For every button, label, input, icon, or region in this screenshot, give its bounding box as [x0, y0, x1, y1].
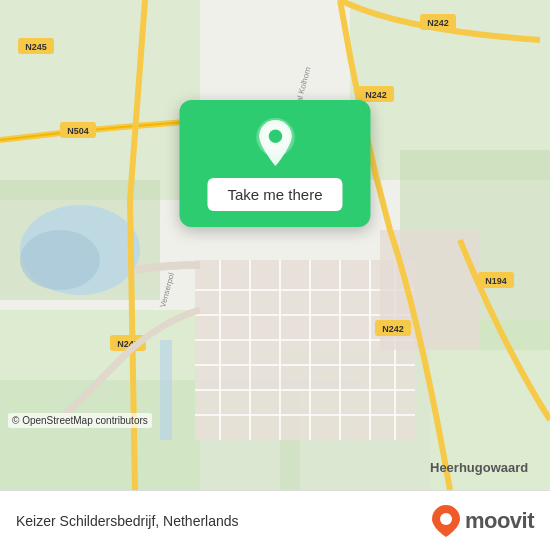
take-me-there-button[interactable]: Take me there	[207, 178, 342, 211]
svg-rect-12	[160, 340, 172, 440]
svg-text:N194: N194	[485, 276, 507, 286]
map-attribution: © OpenStreetMap contributors	[8, 413, 152, 428]
svg-text:N504: N504	[67, 126, 89, 136]
svg-point-51	[440, 513, 452, 525]
svg-text:N245: N245	[25, 42, 47, 52]
svg-point-50	[268, 130, 281, 143]
svg-text:N242: N242	[382, 324, 404, 334]
moovit-label: moovit	[465, 508, 534, 534]
moovit-logo: moovit	[431, 504, 534, 538]
navigation-popup: Take me there	[179, 100, 370, 227]
svg-point-10	[20, 230, 100, 290]
svg-text:N242: N242	[365, 90, 387, 100]
location-pin-icon	[253, 118, 297, 168]
svg-text:Heerhugowaard: Heerhugowaard	[430, 460, 528, 475]
info-bar: Keizer Schildersbedrijf, Netherlands moo…	[0, 490, 550, 550]
svg-text:N242: N242	[427, 18, 449, 28]
svg-rect-1	[0, 0, 200, 200]
map[interactable]: N504 N504 N245 N245 N242 N242 N242 N194 …	[0, 0, 550, 490]
location-label: Keizer Schildersbedrijf, Netherlands	[16, 513, 239, 529]
moovit-brand-icon	[431, 504, 461, 538]
